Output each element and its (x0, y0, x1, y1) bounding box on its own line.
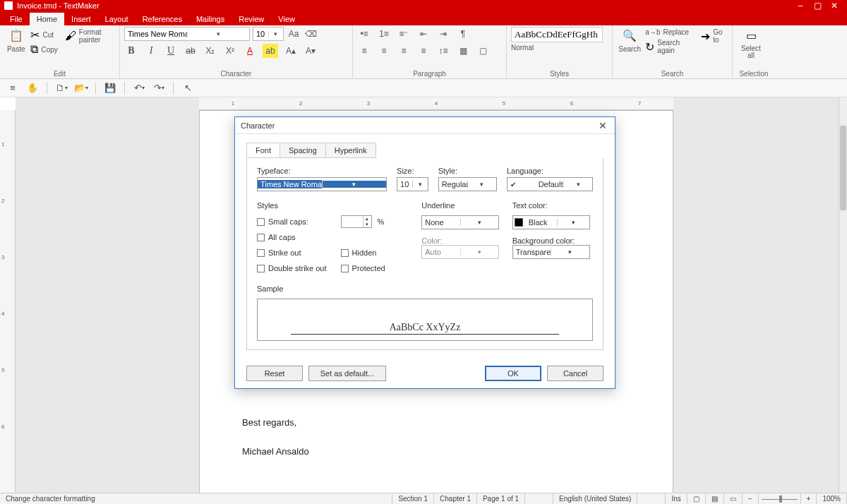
hand-tool-button[interactable]: ✋ (25, 81, 40, 95)
line-spacing-button[interactable]: ↕≡ (436, 44, 450, 58)
multilevel-button[interactable]: ≡⁻ (397, 27, 411, 41)
language-select[interactable]: ✔ Default▾ (507, 177, 593, 191)
tab-mailings[interactable]: Mailings (189, 13, 232, 25)
tab-references[interactable]: References (136, 13, 189, 25)
undo-button[interactable]: ↶▾ (132, 81, 146, 95)
zoom-in-button[interactable]: + (801, 493, 817, 504)
style-preview[interactable]: AaBbCcDdEeFfGgHh (511, 27, 603, 42)
strike-button[interactable]: ab (184, 44, 198, 58)
bgcolor-select[interactable]: Transparent▾ (512, 245, 590, 259)
style-select[interactable]: Regular▾ (438, 177, 497, 191)
cut-button[interactable]: ✂Cut (30, 28, 57, 42)
save-button[interactable]: 💾 (103, 81, 117, 95)
tab-layout[interactable]: Layout (98, 13, 136, 25)
set-default-button[interactable]: Set as default... (308, 366, 386, 381)
ruler-tick: 4 (435, 100, 438, 107)
scrollbar-thumb[interactable] (840, 126, 846, 210)
chk-all-caps[interactable]: All caps (257, 231, 327, 244)
font-color-button[interactable]: A (243, 44, 257, 58)
change-case-button[interactable]: Aa (287, 27, 301, 41)
chk-double-strike[interactable]: Double strike out (257, 262, 327, 275)
horizontal-ruler[interactable]: 1 2 3 4 5 6 7 (199, 97, 673, 110)
bold-button[interactable]: B (124, 44, 138, 58)
align-center-button[interactable]: ≡ (377, 44, 391, 58)
font-combo[interactable]: Times New Roman▾ (124, 27, 250, 41)
align-right-button[interactable]: ≡ (397, 44, 411, 58)
bullets-button[interactable]: •≡ (357, 27, 371, 41)
status-ins[interactable]: Ins (666, 493, 687, 504)
size-select[interactable]: 10▾ (397, 177, 428, 191)
chk-small-caps[interactable]: Small caps: (257, 215, 327, 228)
vertical-scrollbar[interactable] (839, 97, 847, 493)
close-button[interactable]: ✕ (826, 1, 843, 11)
view-mode-2[interactable]: ▤ (706, 493, 724, 504)
tab-spacing[interactable]: Spacing (280, 143, 326, 157)
highlight-button[interactable]: ab (263, 44, 278, 58)
status-chapter[interactable]: Chapter 1 (434, 493, 477, 504)
chk-strike-out[interactable]: Strike out (257, 246, 327, 259)
paste-button[interactable]: 📋 Paste (4, 27, 28, 53)
replace-button[interactable]: a→bReplace (645, 28, 694, 36)
zoom-slider[interactable] (759, 493, 801, 504)
minimize-button[interactable]: – (792, 1, 809, 11)
view-mode-3[interactable]: ▭ (724, 493, 743, 504)
open-button[interactable]: 📂▾ (74, 81, 88, 95)
maximize-button[interactable]: ▢ (809, 1, 826, 11)
status-language[interactable]: English (United States) (553, 493, 637, 504)
subscript-button[interactable]: X₂ (203, 44, 217, 58)
zoom-out-button[interactable]: − (743, 493, 759, 504)
status-page[interactable]: Page 1 of 1 (477, 493, 525, 504)
outdent-button[interactable]: ⇤ (416, 27, 431, 41)
underline-button[interactable]: U (164, 44, 178, 58)
styles-header: Styles (257, 201, 412, 210)
tab-home[interactable]: Home (30, 13, 64, 25)
typeface-select[interactable]: Times New Roman▾ (257, 177, 387, 191)
view-mode-1[interactable]: ▢ (687, 493, 706, 504)
clear-format-button[interactable]: ⌫ (304, 27, 318, 41)
search-button[interactable]: 🔍 Search (617, 27, 642, 53)
shading-button[interactable]: ▦ (456, 44, 470, 58)
justify-button[interactable]: ≡ (416, 44, 431, 58)
small-caps-spin[interactable]: ▴▾ (341, 215, 372, 228)
tab-font[interactable]: Font (247, 143, 280, 157)
underline-select[interactable]: None▾ (421, 215, 499, 229)
tab-view[interactable]: View (271, 13, 302, 25)
select-all-button[interactable]: ▭ Select all (737, 27, 765, 59)
superscript-button[interactable]: X² (223, 44, 237, 58)
redo-button[interactable]: ↷▾ (152, 81, 166, 95)
cursor-button[interactable]: ↖ (181, 81, 195, 95)
tab-hyperlink[interactable]: Hyperlink (326, 143, 376, 157)
format-painter-button[interactable]: 🖌Format painter (65, 28, 115, 44)
italic-button[interactable]: I (144, 44, 158, 58)
group-paragraph-label: Paragraph (357, 70, 502, 78)
search-again-button[interactable]: ↻Search again (645, 39, 694, 54)
grow-font-button[interactable]: A▴ (284, 44, 298, 58)
doc-text[interactable]: Best regards, (242, 417, 630, 428)
goto-button[interactable]: ➔Go to (701, 28, 728, 44)
ruler-tick: 5 (503, 100, 505, 107)
shrink-font-button[interactable]: A▾ (304, 44, 318, 58)
status-section[interactable]: Section 1 (392, 493, 434, 504)
textcolor-select[interactable]: Black▾ (512, 215, 590, 229)
tab-insert[interactable]: Insert (64, 13, 98, 25)
align-left-button[interactable]: ≡ (357, 44, 371, 58)
chk-hidden[interactable]: Hidden (341, 246, 385, 259)
doc-text[interactable]: Michael Ansaldo (242, 446, 630, 457)
copy-button[interactable]: ⧉Copy (30, 43, 57, 56)
new-doc-button[interactable]: 🗋▾ (54, 81, 68, 95)
numbering-button[interactable]: 1≡ (377, 27, 391, 41)
ok-button[interactable]: OK (485, 366, 541, 381)
reset-button[interactable]: Reset (246, 366, 303, 381)
tab-review[interactable]: Review (232, 13, 271, 25)
indent-button[interactable]: ⇥ (436, 27, 450, 41)
borders-button[interactable]: ▢ (476, 44, 490, 58)
tab-file[interactable]: File (3, 13, 30, 25)
cancel-button[interactable]: Cancel (547, 366, 603, 381)
font-size-combo[interactable]: 10▾ (253, 27, 284, 41)
pilcrow-button[interactable]: ¶ (456, 27, 470, 41)
chk-protected[interactable]: Protected (341, 262, 385, 275)
vertical-ruler[interactable]: 1 2 3 4 5 6 (0, 110, 16, 493)
dialog-close-button[interactable]: ✕ (596, 119, 609, 132)
sidebar-toggle-button[interactable]: ≡ (6, 81, 20, 95)
zoom-level[interactable]: 100% (817, 493, 847, 504)
